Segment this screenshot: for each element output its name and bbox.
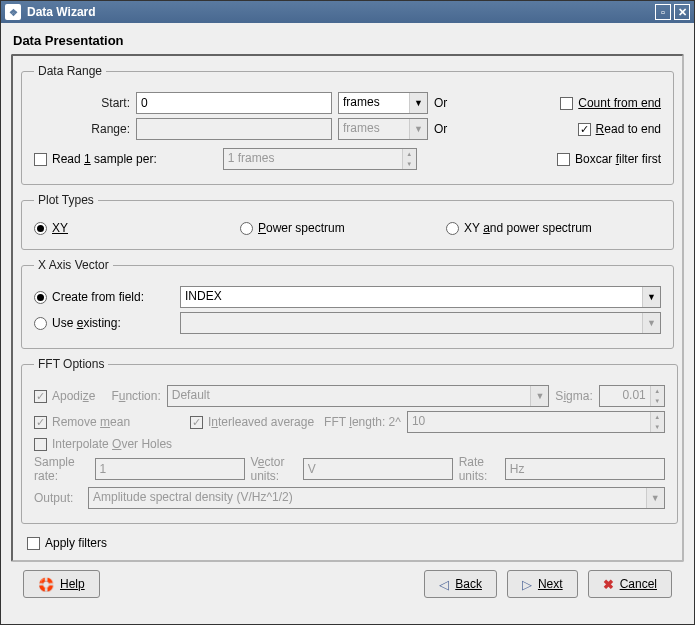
help-icon: 🛟 [38, 577, 54, 592]
cancel-button[interactable]: ✖ Cancel [588, 570, 672, 598]
output-dropdown: Amplitude spectral density (V/Hz^1/2) ▼ [88, 487, 665, 509]
chevron-down-icon: ▼ [642, 313, 660, 333]
page-title: Data Presentation [13, 33, 684, 48]
sample-rate-input [95, 458, 245, 480]
read-sample-spinbox: 1 frames ▲▼ [223, 148, 417, 170]
use-existing-radio[interactable]: Use existing: [34, 316, 174, 330]
plot-types-legend: Plot Types [34, 193, 98, 207]
help-button[interactable]: 🛟 Help [23, 570, 100, 598]
next-icon: ▷ [522, 577, 532, 592]
back-button[interactable]: ◁ Back [424, 570, 497, 598]
apodize-checkbox[interactable]: ✓ Apodize [34, 389, 95, 403]
start-unit-dropdown[interactable]: frames ▼ [338, 92, 428, 114]
chevron-down-icon: ▼ [646, 488, 664, 508]
plot-types-group: Plot Types XY Power spectrum XY and powe… [21, 193, 674, 250]
fft-options-group: FFT Options ✓ Apodize Function: Default … [21, 357, 678, 524]
function-dropdown: Default ▼ [167, 385, 550, 407]
sigma-label: Sigma: [555, 389, 592, 403]
read-sample-per-checkbox[interactable]: Read 1 sample per: [34, 152, 157, 166]
function-label: Function: [111, 389, 160, 403]
range-unit-dropdown: frames ▼ [338, 118, 428, 140]
x-axis-vector-group: X Axis Vector Create from field: INDEX ▼… [21, 258, 674, 349]
start-label: Start: [34, 96, 130, 110]
create-from-field-radio[interactable]: Create from field: [34, 290, 174, 304]
range-label: Range: [34, 122, 130, 136]
sample-rate-label: Sample rate: [34, 455, 89, 483]
chevron-down-icon: ▼ [642, 287, 660, 307]
or-label-1: Or [434, 96, 447, 110]
data-range-legend: Data Range [34, 64, 106, 78]
apply-filters-checkbox[interactable]: Apply filters [27, 536, 668, 550]
app-icon: ❖ [5, 4, 21, 20]
next-button[interactable]: ▷ Next [507, 570, 578, 598]
remove-mean-checkbox[interactable]: ✓ Remove mean [34, 415, 184, 429]
boxcar-filter-checkbox[interactable]: Boxcar filter first [557, 152, 661, 166]
interleaved-checkbox[interactable]: ✓ Interleaved average [190, 415, 314, 429]
create-from-field-dropdown[interactable]: INDEX ▼ [180, 286, 661, 308]
rate-units-input [505, 458, 665, 480]
interpolate-checkbox[interactable]: Interpolate Over Holes [34, 437, 172, 451]
window-title: Data Wizard [27, 5, 96, 19]
data-range-group: Data Range Start: frames ▼ Or Count from… [21, 64, 674, 185]
titlebar: ❖ Data Wizard ▫ ✕ [1, 1, 694, 23]
cancel-icon: ✖ [603, 577, 614, 592]
count-from-end-checkbox[interactable]: Count from end [560, 96, 661, 110]
vector-units-input [303, 458, 453, 480]
fft-length-spinbox: 10 ▲▼ [407, 411, 665, 433]
sigma-spinbox: 0.01 ▲▼ [599, 385, 665, 407]
start-input[interactable] [136, 92, 332, 114]
read-to-end-checkbox[interactable]: ✓ Read to end [578, 122, 661, 136]
use-existing-dropdown: ▼ [180, 312, 661, 334]
output-label: Output: [34, 491, 82, 505]
close-button[interactable]: ✕ [674, 4, 690, 20]
back-icon: ◁ [439, 577, 449, 592]
plot-type-xy-radio[interactable]: XY [34, 221, 234, 235]
fft-options-legend: FFT Options [34, 357, 108, 371]
range-input [136, 118, 332, 140]
plot-type-both-radio[interactable]: XY and power spectrum [446, 221, 592, 235]
rate-units-label: Rate units: [459, 455, 499, 483]
maximize-button[interactable]: ▫ [655, 4, 671, 20]
x-axis-vector-legend: X Axis Vector [34, 258, 113, 272]
chevron-down-icon: ▼ [530, 386, 548, 406]
fft-length-label: FFT length: 2^ [324, 415, 401, 429]
chevron-down-icon: ▼ [409, 119, 427, 139]
plot-type-power-radio[interactable]: Power spectrum [240, 221, 440, 235]
vector-units-label: Vector units: [251, 455, 297, 483]
chevron-down-icon: ▼ [409, 93, 427, 113]
or-label-2: Or [434, 122, 447, 136]
